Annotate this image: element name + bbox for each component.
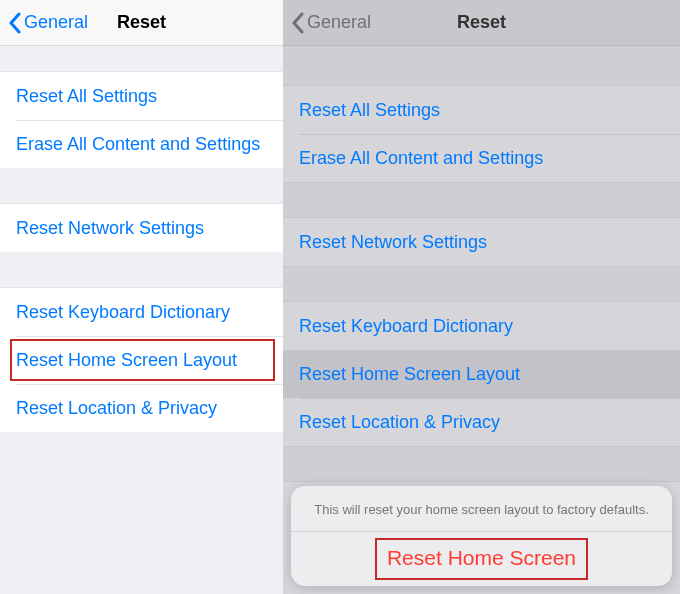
group-other: Reset Keyboard Dictionary Reset Home Scr… bbox=[0, 288, 283, 432]
group-general-reset: Reset All Settings Erase All Content and… bbox=[283, 86, 680, 182]
group-other: Reset Keyboard Dictionary Reset Home Scr… bbox=[283, 302, 680, 446]
section-gap bbox=[283, 46, 680, 86]
row-label: Reset All Settings bbox=[299, 100, 440, 121]
row-erase-all-content[interactable]: Erase All Content and Settings bbox=[0, 120, 283, 168]
row-label: Reset Location & Privacy bbox=[16, 398, 217, 419]
reset-settings-pane-right: General Reset Reset All Settings Erase A… bbox=[283, 0, 680, 594]
row-label: Reset Home Screen Layout bbox=[299, 364, 520, 385]
chevron-left-icon bbox=[291, 12, 305, 34]
action-sheet-overlay: This will reset your home screen layout … bbox=[283, 478, 680, 594]
section-gap bbox=[283, 182, 680, 218]
row-label: Reset Keyboard Dictionary bbox=[16, 302, 230, 323]
nav-bar: General Reset bbox=[283, 0, 680, 46]
row-label: Reset All Settings bbox=[16, 86, 157, 107]
row-erase-all-content[interactable]: Erase All Content and Settings bbox=[283, 134, 680, 182]
row-label: Erase All Content and Settings bbox=[16, 134, 260, 155]
row-label: Erase All Content and Settings bbox=[299, 148, 543, 169]
row-label: Reset Home Screen Layout bbox=[16, 350, 237, 371]
page-title: Reset bbox=[117, 12, 166, 33]
back-button[interactable]: General bbox=[291, 12, 371, 34]
button-label: Reset Home Screen bbox=[387, 546, 576, 569]
nav-bar: General Reset bbox=[0, 0, 283, 46]
group-network: Reset Network Settings bbox=[0, 204, 283, 252]
row-reset-network[interactable]: Reset Network Settings bbox=[0, 204, 283, 252]
reset-settings-pane-left: General Reset Reset All Settings Erase A… bbox=[0, 0, 283, 594]
section-gap bbox=[283, 446, 680, 482]
row-reset-all-settings[interactable]: Reset All Settings bbox=[283, 86, 680, 134]
row-label: Reset Network Settings bbox=[16, 218, 204, 239]
page-title: Reset bbox=[457, 12, 506, 33]
row-reset-home-screen[interactable]: Reset Home Screen Layout bbox=[283, 350, 680, 398]
chevron-left-icon bbox=[8, 12, 22, 34]
section-gap bbox=[0, 168, 283, 204]
row-label: Reset Network Settings bbox=[299, 232, 487, 253]
row-reset-location[interactable]: Reset Location & Privacy bbox=[0, 384, 283, 432]
row-reset-keyboard[interactable]: Reset Keyboard Dictionary bbox=[0, 288, 283, 336]
reset-home-screen-confirm-button[interactable]: Reset Home Screen bbox=[291, 532, 672, 586]
action-sheet: This will reset your home screen layout … bbox=[291, 486, 672, 586]
row-reset-home-screen[interactable]: Reset Home Screen Layout bbox=[0, 336, 283, 384]
group-general-reset: Reset All Settings Erase All Content and… bbox=[0, 72, 283, 168]
section-gap bbox=[283, 266, 680, 302]
back-label: General bbox=[24, 12, 88, 33]
back-button[interactable]: General bbox=[8, 12, 88, 34]
row-reset-network[interactable]: Reset Network Settings bbox=[283, 218, 680, 266]
row-reset-location[interactable]: Reset Location & Privacy bbox=[283, 398, 680, 446]
back-label: General bbox=[307, 12, 371, 33]
section-gap bbox=[0, 252, 283, 288]
row-label: Reset Location & Privacy bbox=[299, 412, 500, 433]
section-gap bbox=[0, 46, 283, 72]
row-label: Reset Keyboard Dictionary bbox=[299, 316, 513, 337]
action-sheet-message: This will reset your home screen layout … bbox=[291, 486, 672, 532]
row-reset-keyboard[interactable]: Reset Keyboard Dictionary bbox=[283, 302, 680, 350]
row-reset-all-settings[interactable]: Reset All Settings bbox=[0, 72, 283, 120]
group-network: Reset Network Settings bbox=[283, 218, 680, 266]
